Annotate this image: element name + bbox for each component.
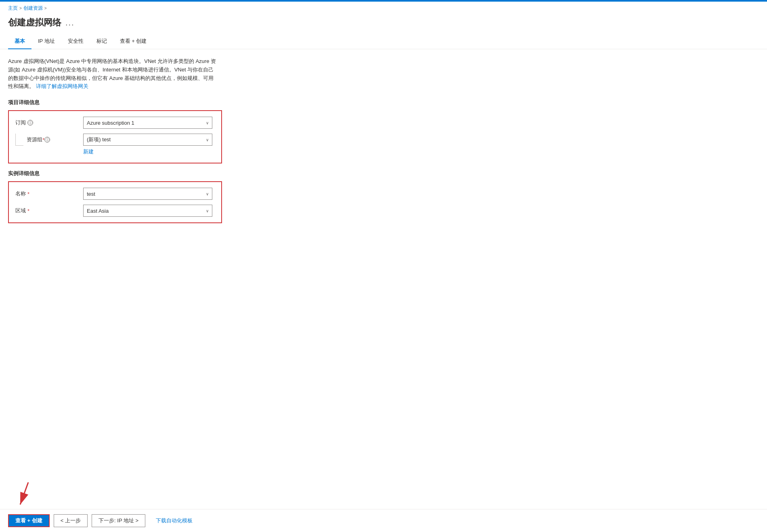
name-required: *: [27, 191, 29, 197]
breadcrumb-sep1: >: [19, 6, 22, 10]
tabs-bar: 基本 IP 地址 安全性 标记 查看 + 创建: [0, 34, 767, 49]
name-value: test: [87, 191, 206, 197]
download-template-link[interactable]: 下载自动化模板: [149, 514, 199, 527]
resource-group-select[interactable]: (新项) test ∨: [83, 134, 212, 146]
resource-group-label: 资源组 * ⓘ: [15, 134, 80, 146]
resource-group-chevron-icon: ∨: [206, 138, 209, 142]
subscription-label: 订阅 ⓘ: [15, 119, 80, 126]
tab-tags[interactable]: 标记: [90, 34, 113, 49]
main-content: Azure 虚拟网络(VNet)是 Azure 中专用网络的基本构造块。VNet…: [0, 49, 363, 532]
region-select[interactable]: East Asia ∨: [83, 205, 212, 217]
page-title: 创建虚拟网络: [8, 17, 61, 29]
instance-details-title: 实例详细信息: [8, 170, 355, 177]
region-value: East Asia: [87, 208, 206, 214]
subscription-row: 订阅 ⓘ Azure subscription 1 ∨: [15, 117, 215, 129]
region-required: *: [27, 208, 29, 214]
tab-basic[interactable]: 基本: [8, 34, 31, 49]
next-button[interactable]: 下一步: IP 地址 >: [92, 514, 145, 527]
breadcrumb-home[interactable]: 主页: [8, 5, 18, 12]
name-label: 名称 *: [15, 190, 80, 197]
tab-review[interactable]: 查看 + 创建: [113, 34, 153, 49]
resource-group-row: 资源组 * ⓘ (新项) test ∨: [15, 134, 215, 146]
project-details-title: 项目详细信息: [8, 99, 355, 106]
name-input[interactable]: test ∨: [83, 188, 212, 200]
sub-line: [15, 134, 23, 146]
tab-ip[interactable]: IP 地址: [31, 34, 61, 49]
review-create-button[interactable]: 查看 + 创建: [8, 514, 50, 527]
instance-details-box: 名称 * test ∨ 区域 * East Asia ∨: [8, 181, 222, 223]
page-title-row: 创建虚拟网络 ...: [0, 15, 767, 34]
description-link[interactable]: 详细了解虚拟网络网关: [36, 83, 88, 89]
name-chevron-icon: ∨: [206, 192, 209, 196]
subscription-select[interactable]: Azure subscription 1 ∨: [83, 117, 212, 129]
breadcrumb-sep2: >: [44, 6, 47, 10]
name-row: 名称 * test ∨: [15, 188, 215, 200]
new-resource-group-link[interactable]: 新建: [83, 148, 215, 155]
project-details-box: 订阅 ⓘ Azure subscription 1 ∨ 资源组 * ⓘ (新项)…: [8, 110, 222, 163]
title-dots: ...: [65, 18, 75, 27]
subscription-value: Azure subscription 1: [87, 120, 206, 126]
region-label: 区域 *: [15, 207, 80, 214]
sub-indent: 资源组 * ⓘ: [15, 134, 50, 146]
subscription-chevron-icon: ∨: [206, 121, 209, 125]
breadcrumb: 主页 > 创建资源 >: [0, 2, 767, 15]
region-chevron-icon: ∨: [206, 209, 209, 213]
resource-group-info-icon[interactable]: ⓘ: [44, 137, 50, 142]
description: Azure 虚拟网络(VNet)是 Azure 中专用网络的基本构造块。VNet…: [8, 57, 218, 91]
breadcrumb-create[interactable]: 创建资源: [23, 5, 43, 12]
resource-group-value: (新项) test: [87, 136, 206, 143]
tab-security[interactable]: 安全性: [61, 34, 90, 49]
footer: 查看 + 创建 < 上一步 下一步: IP 地址 > 下载自动化模板: [0, 509, 767, 532]
region-row: 区域 * East Asia ∨: [15, 205, 215, 217]
subscription-info-icon[interactable]: ⓘ: [27, 120, 33, 126]
prev-button[interactable]: < 上一步: [54, 514, 88, 527]
